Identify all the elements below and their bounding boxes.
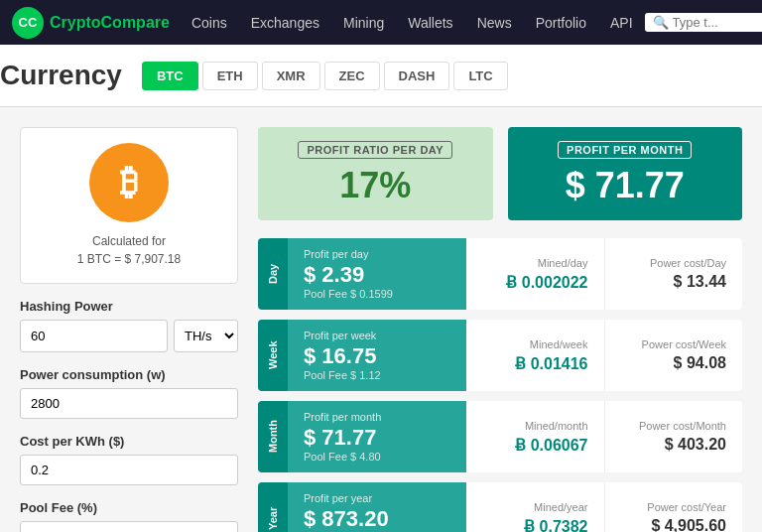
profit-month-value: $ 71.77 xyxy=(526,165,725,206)
tab-zec[interactable]: ZEC xyxy=(324,62,380,90)
nav-coins[interactable]: Coins xyxy=(180,0,239,45)
power-label: Power cost/Week xyxy=(642,338,726,350)
cost-kwh-section: Cost per KWh ($) xyxy=(20,434,238,485)
profit-value: $ 873.20 xyxy=(304,506,450,532)
profit-value: $ 16.75 xyxy=(304,343,450,369)
tab-ltc[interactable]: LTC xyxy=(453,62,507,90)
nav-api[interactable]: API xyxy=(598,0,645,45)
nav-news[interactable]: News xyxy=(465,0,524,45)
period-label: Day xyxy=(258,238,288,310)
data-row: Week Profit per week $ 16.75 Pool Fee $ … xyxy=(258,320,742,391)
period-label: Month xyxy=(258,401,288,472)
mined-label: Mined/month xyxy=(525,420,588,432)
coin-card: ₿ Calculated for 1 BTC = $ 7,907.18 xyxy=(20,127,238,284)
pool-fee-value: Pool Fee $ 1.12 xyxy=(304,369,450,381)
mined-label: Mined/day xyxy=(538,257,588,269)
power-consumption-label: Power consumption (w) xyxy=(20,367,238,382)
power-stat: Power cost/Week $ 94.08 xyxy=(605,320,743,391)
power-label: Power cost/Month xyxy=(639,420,726,432)
currency-tabs: BTC ETH XMR ZEC DASH LTC xyxy=(142,62,508,90)
profit-ratio-value: 17% xyxy=(276,165,475,206)
tab-xmr[interactable]: XMR xyxy=(262,62,320,90)
logo-icon: CC xyxy=(12,7,44,39)
hashing-power-section: Hashing Power TH/s GH/s MH/s xyxy=(20,299,238,352)
cost-kwh-label: Cost per KWh ($) xyxy=(20,434,238,449)
page-title: Currency xyxy=(0,60,122,91)
profit-title: Profit per day xyxy=(304,248,450,260)
nav-exchanges[interactable]: Exchanges xyxy=(239,0,331,45)
power-value: $ 403.20 xyxy=(665,436,726,454)
profit-summary: PROFIT RATIO PER DAY 17% PROFIT PER MONT… xyxy=(258,127,742,220)
mined-value: Ƀ 0.06067 xyxy=(515,436,587,455)
period-label: Year xyxy=(258,482,288,532)
profit-cell: Profit per month $ 71.77 Pool Fee $ 4.80 xyxy=(288,401,466,472)
pool-fee-label: Pool Fee (%) xyxy=(20,500,238,515)
mined-stat: Mined/month Ƀ 0.06067 xyxy=(466,401,605,472)
hashing-unit-select[interactable]: TH/s GH/s MH/s xyxy=(174,320,238,352)
profit-title: Profit per month xyxy=(304,411,450,423)
power-value: $ 94.08 xyxy=(674,354,726,372)
data-row: Month Profit per month $ 71.77 Pool Fee … xyxy=(258,401,742,472)
mined-label: Mined/year xyxy=(534,501,587,513)
hashing-power-row: TH/s GH/s MH/s xyxy=(20,320,238,352)
mined-label: Mined/week xyxy=(530,338,588,350)
power-stat: Power cost/Month $ 403.20 xyxy=(605,401,743,472)
mined-value: Ƀ 0.002022 xyxy=(506,273,587,292)
profit-value: $ 71.77 xyxy=(304,425,450,451)
right-panel: PROFIT RATIO PER DAY 17% PROFIT PER MONT… xyxy=(258,127,742,532)
logo[interactable]: CC CryptoCompare xyxy=(12,7,170,39)
profit-ratio-label: PROFIT RATIO PER DAY xyxy=(298,141,452,159)
nav-mining[interactable]: Mining xyxy=(331,0,396,45)
power-value: $ 13.44 xyxy=(674,273,726,291)
coin-calc: Calculated for 1 BTC = $ 7,907.18 xyxy=(36,232,222,268)
power-consumption-input[interactable] xyxy=(20,388,238,419)
data-rows-container: Day Profit per day $ 2.39 Pool Fee $ 0.1… xyxy=(258,238,742,532)
period-label: Week xyxy=(258,320,288,391)
data-row: Day Profit per day $ 2.39 Pool Fee $ 0.1… xyxy=(258,238,742,310)
data-row: Year Profit per year $ 873.20 Pool Fee $… xyxy=(258,482,742,532)
nav-wallets[interactable]: Wallets xyxy=(396,0,464,45)
pool-fee-input[interactable] xyxy=(20,521,238,532)
profit-title: Profit per year xyxy=(304,492,450,504)
tab-eth[interactable]: ETH xyxy=(202,62,258,90)
power-stat: Power cost/Year $ 4,905.60 xyxy=(605,482,743,532)
profit-ratio-card: PROFIT RATIO PER DAY 17% xyxy=(258,127,493,220)
hashing-power-input[interactable] xyxy=(20,320,168,352)
nav-portfolio[interactable]: Portfolio xyxy=(524,0,598,45)
pool-fee-value: Pool Fee $ 4.80 xyxy=(304,451,450,463)
power-label: Power cost/Year xyxy=(647,501,726,513)
search-input[interactable] xyxy=(673,15,762,30)
nav-links: Coins Exchanges Mining Wallets News Port… xyxy=(180,0,645,45)
profit-value: $ 2.39 xyxy=(304,262,450,288)
left-panel: ₿ Calculated for 1 BTC = $ 7,907.18 Hash… xyxy=(20,127,238,532)
mined-stat: Mined/year Ƀ 0.7382 xyxy=(466,482,605,532)
mined-value: Ƀ 0.7382 xyxy=(524,517,587,533)
pool-fee-section: Pool Fee (%) xyxy=(20,500,238,532)
mined-value: Ƀ 0.01416 xyxy=(515,354,587,373)
power-consumption-section: Power consumption (w) xyxy=(20,367,238,419)
logo-text: CryptoCompare xyxy=(50,14,170,32)
coin-logo: ₿ xyxy=(89,143,169,222)
power-label: Power cost/Day xyxy=(650,257,726,269)
mined-stat: Mined/week Ƀ 0.01416 xyxy=(466,320,605,391)
search-icon: 🔍 xyxy=(653,15,669,30)
profit-cell: Profit per week $ 16.75 Pool Fee $ 1.12 xyxy=(288,320,466,391)
pool-fee-value: Pool Fee $ 0.1599 xyxy=(304,288,450,300)
page-header: Currency BTC ETH XMR ZEC DASH LTC xyxy=(0,45,762,107)
cost-kwh-input[interactable] xyxy=(20,455,238,485)
mined-stat: Mined/day Ƀ 0.002022 xyxy=(466,238,605,310)
profit-cell: Profit per year $ 873.20 Pool Fee $ 58.3… xyxy=(288,482,466,532)
power-stat: Power cost/Day $ 13.44 xyxy=(605,238,743,310)
hashing-power-label: Hashing Power xyxy=(20,299,238,314)
profit-cell: Profit per day $ 2.39 Pool Fee $ 0.1599 xyxy=(288,238,466,310)
main-layout: ₿ Calculated for 1 BTC = $ 7,907.18 Hash… xyxy=(0,127,762,532)
search-box: 🔍 xyxy=(645,13,762,32)
profit-title: Profit per week xyxy=(304,330,450,341)
tab-btc[interactable]: BTC xyxy=(142,62,198,90)
profit-month-label: PROFIT PER MONTH xyxy=(558,141,692,159)
navbar: CC CryptoCompare Coins Exchanges Mining … xyxy=(0,0,762,45)
profit-month-card: PROFIT PER MONTH $ 71.77 xyxy=(508,127,743,220)
power-value: $ 4,905.60 xyxy=(651,517,726,532)
tab-dash[interactable]: DASH xyxy=(384,62,450,90)
